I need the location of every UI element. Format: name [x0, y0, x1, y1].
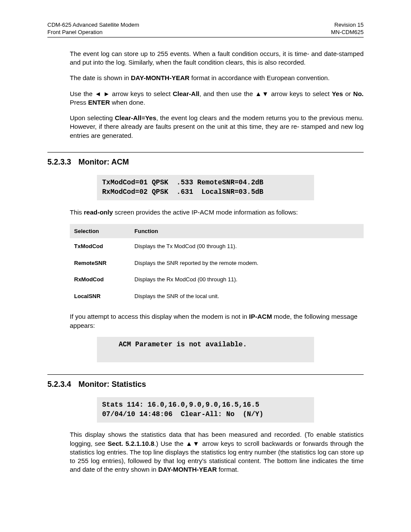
text: This: [70, 208, 84, 216]
table-row: RxModCod Displays the Rx ModCod (00 thro…: [70, 271, 364, 288]
up-down-arrow-icon: ▲▼: [186, 440, 199, 447]
lcd-display-acm: TxModCod=01 QPSK .533 RemoteSNR=04.2dB R…: [97, 175, 314, 200]
bold-clear-all: Clear-All: [173, 90, 199, 97]
cell-function: Displays the SNR of the local unit.: [130, 288, 364, 305]
header-right: Revision 15 MN-CDM625: [331, 22, 364, 36]
up-down-arrow-icon: ▲▼: [255, 90, 269, 97]
header-docnum: MN-CDM625: [331, 29, 364, 36]
text: If you attempt to access this display wh…: [70, 313, 249, 320]
section-number: 5.2.3.4: [47, 379, 78, 389]
bold-no: No.: [353, 90, 364, 97]
lcd-display-acm-unavailable: ACM Parameter is not available.: [97, 337, 314, 362]
acm-table: Selection Function TxModCod Displays the…: [70, 224, 364, 305]
bold-enter: ENTER: [88, 99, 110, 106]
bold-day-month-year: DAY-MONTH-YEAR: [158, 466, 217, 473]
paragraph-date-format: The date is shown in DAY-MONTH-YEAR form…: [70, 74, 364, 82]
bold-ipacm: IP-ACM: [249, 313, 272, 320]
text: The date is shown in: [70, 74, 131, 81]
section-heading-statistics: 5.2.3.4Monitor: Statistics: [47, 374, 364, 389]
table-row: TxModCod Displays the Tx ModCod (00 thro…: [70, 238, 364, 255]
paragraph-statistics: This display shows the statistics data t…: [70, 430, 364, 474]
bold-sect-ref: Sect. 5.2.1.10.8: [108, 440, 154, 447]
header-product: CDM-625 Advanced Satellite Modem: [47, 22, 139, 29]
section-title: Monitor: Statistics: [78, 380, 146, 389]
left-right-arrow-icon: ◄ ►: [95, 90, 110, 97]
paragraph-readonly: This read-only screen provides the activ…: [70, 208, 364, 217]
text: Upon selecting: [70, 114, 115, 121]
text: format.: [217, 466, 239, 473]
cell-selection: TxModCod: [70, 238, 130, 255]
text: arrow keys to select: [269, 90, 332, 97]
cell-selection: RemoteSNR: [70, 255, 130, 271]
cell-function: Displays the Rx ModCod (00 through 11).: [130, 271, 364, 288]
text: arrow keys to select: [110, 90, 173, 97]
paragraph-arrow-keys: Use the ◄ ► arrow keys to select Clear-A…: [70, 90, 364, 107]
section-number: 5.2.3.3: [47, 157, 78, 167]
bold-readonly: read-only: [84, 208, 113, 216]
lcd-display-stats: Stats 114: 16.0,16.0,9.0,9.0,16.5,16.5 0…: [97, 397, 314, 423]
bold-clear-all-yes: Clear-All=Yes: [115, 114, 156, 121]
table-header-row: Selection Function: [70, 224, 364, 239]
cell-function: Displays the Tx ModCod (00 through 11).: [130, 238, 364, 255]
paragraph-event-log: The event log can store up to 255 events…: [70, 50, 364, 67]
header-revision: Revision 15: [331, 22, 364, 29]
col-function: Function: [130, 224, 364, 239]
table-row: RemoteSNR Displays the SNR reported by t…: [70, 255, 364, 271]
text: screen provides the active IP-ACM mode i…: [113, 208, 298, 216]
col-selection: Selection: [70, 224, 130, 239]
text: when done.: [110, 99, 145, 106]
text: .) Use the: [154, 440, 186, 447]
table-row: LocalSNR Displays the SNR of the local u…: [70, 288, 364, 305]
header-left: CDM-625 Advanced Satellite Modem Front P…: [47, 22, 139, 36]
bold-yes: Yes: [332, 90, 343, 97]
section-heading-acm: 5.2.3.3Monitor: ACM: [47, 152, 364, 167]
cell-selection: RxModCod: [70, 271, 130, 288]
paragraph-ipacm-mode: If you attempt to access this display wh…: [70, 312, 364, 330]
section-title: Monitor: ACM: [78, 158, 129, 166]
page-header: CDM-625 Advanced Satellite Modem Front P…: [47, 22, 364, 37]
text: Use the: [70, 90, 95, 97]
bold-day-month-year: DAY-MONTH-YEAR: [131, 74, 190, 81]
header-section: Front Panel Operation: [47, 29, 139, 36]
cell-selection: LocalSNR: [70, 288, 130, 305]
text: Press: [70, 99, 88, 106]
cell-function: Displays the SNR reported by the remote …: [130, 255, 364, 271]
text: format in accordance with European conve…: [190, 74, 330, 81]
paragraph-clear-all-yes: Upon selecting Clear-All=Yes, the event …: [70, 114, 364, 140]
text: or: [343, 90, 353, 97]
text: , and then use the: [199, 90, 255, 97]
